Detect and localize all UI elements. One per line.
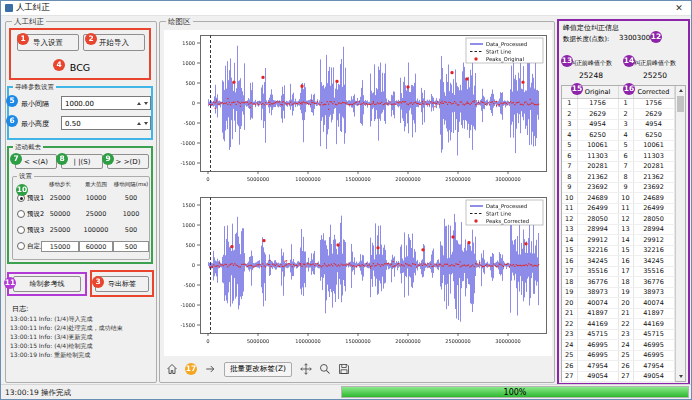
spin-down-button[interactable] <box>142 98 149 109</box>
peak-original-cell[interactable]: 6250 <box>577 130 618 141</box>
peak-corrected-cell[interactable]: 23692 <box>633 182 674 193</box>
peak-original-cell[interactable]: 10061 <box>577 140 618 151</box>
import-settings-button[interactable]: 导入设置 <box>17 34 79 51</box>
peak-index-cell: 18 <box>562 277 577 288</box>
peak-corrected-cell[interactable]: 49054 <box>633 371 674 382</box>
peak-original-cell[interactable]: 26499 <box>577 203 618 214</box>
preset1-radio[interactable] <box>17 194 25 202</box>
peak-corrected-cell[interactable]: 4954 <box>633 119 674 130</box>
zoom-button[interactable] <box>317 361 333 377</box>
peak-original-cell[interactable]: 46995 <box>577 350 618 361</box>
log-line: 13:00:19 Info: 重新绘制完成 <box>10 350 154 359</box>
peak-corrected-cell[interactable]: 24689 <box>633 193 674 204</box>
peak-original-cell[interactable]: 20281 <box>577 161 618 172</box>
peak-corrected-cell[interactable]: 41897 <box>633 308 674 319</box>
peak-table[interactable]: Original Corrected 117561175622629226293… <box>561 85 686 382</box>
peak-corrected-cell[interactable]: 2629 <box>633 109 674 120</box>
scrollbar-thumb[interactable] <box>677 96 684 112</box>
peak-original-cell[interactable]: 29912 <box>577 235 618 246</box>
draw-reference-button[interactable]: 绘制参考线 <box>13 276 81 292</box>
peak-original-cell[interactable]: 2629 <box>577 109 618 120</box>
peak-corrected-cell[interactable]: 40074 <box>633 298 674 309</box>
peak-original-cell[interactable]: 11303 <box>577 151 618 162</box>
move-right-button[interactable]: > >(D) <box>107 154 149 169</box>
peak-corrected-cell[interactable]: 26499 <box>633 203 674 214</box>
peak-corrected-cell[interactable]: 47954 <box>633 361 674 372</box>
peak-row: 19389731938973 <box>562 287 674 298</box>
pan-button[interactable] <box>298 361 314 377</box>
data-length-value: 33003000 <box>619 34 655 42</box>
peak-corrected-cell[interactable]: 34245 <box>633 256 674 267</box>
custom-step-input[interactable]: 15000 <box>41 241 79 252</box>
peak-original-cell[interactable]: 28994 <box>577 224 618 235</box>
scroll-up-button[interactable] <box>676 86 685 95</box>
peak-corrected-cell[interactable]: 6250 <box>633 130 674 141</box>
peak-corrected-cell[interactable]: 29912 <box>633 235 674 246</box>
peak-original-cell[interactable]: 44169 <box>577 319 618 330</box>
min-height-spinbox[interactable]: 0.50 <box>61 116 151 130</box>
peak-corrected-cell[interactable]: 38973 <box>633 287 674 298</box>
peak-original-cell[interactable]: 34245 <box>577 256 618 267</box>
export-labels-button[interactable]: 导出标签 <box>95 276 149 292</box>
peak-original-cell[interactable]: 4954 <box>577 119 618 130</box>
peak-corrected-cell[interactable]: 1756 <box>633 98 674 109</box>
peak-row: 2262922629 <box>562 109 674 120</box>
peak-corrected-cell[interactable]: 35516 <box>633 266 674 277</box>
peak-original-cell[interactable]: 24689 <box>577 193 618 204</box>
peak-original-cell[interactable]: 46995 <box>577 340 618 351</box>
peak-original-cell[interactable]: 45715 <box>577 329 618 340</box>
peak-corrected-cell[interactable]: 36776 <box>633 277 674 288</box>
peak-corrected-cell[interactable]: 28994 <box>633 224 674 235</box>
peak-original-cell[interactable]: 47954 <box>577 361 618 372</box>
spin-up-button[interactable] <box>135 118 142 129</box>
spin-up-button[interactable] <box>135 98 142 109</box>
peak-index-cell: 26 <box>562 361 577 372</box>
spin-down-button[interactable] <box>142 118 149 129</box>
peak-original-cell[interactable]: 21362 <box>577 172 618 183</box>
peak-original-cell[interactable]: 28050 <box>577 214 618 225</box>
peak-corrected-cell[interactable]: 28050 <box>633 214 674 225</box>
scroll-down-button[interactable] <box>676 372 685 381</box>
peak-original-cell[interactable]: 49054 <box>577 371 618 382</box>
move-left-button[interactable]: < <(A) <box>15 154 57 169</box>
peak-original-cell[interactable]: 38973 <box>577 287 618 298</box>
peak-index-cell: 15 <box>618 245 633 256</box>
peak-corrected-cell[interactable]: 11303 <box>633 151 674 162</box>
peak-corrected-cell[interactable]: 10061 <box>633 140 674 151</box>
pause-button[interactable]: | |(S) <box>61 154 103 169</box>
peak-corrected-cell[interactable]: 20281 <box>633 161 674 172</box>
forward-button[interactable] <box>202 361 218 377</box>
log-area[interactable]: 13:00:11 Info: (1/4)导入完成13:00:11 Info: (… <box>10 314 154 378</box>
motion-settings-title: 设置 <box>17 171 34 181</box>
peak-original-cell[interactable]: 23692 <box>577 182 618 193</box>
start-import-button[interactable]: 开始导入 <box>83 34 145 51</box>
peak-original-cell[interactable]: 36776 <box>577 277 618 288</box>
peak-corrected-cell[interactable]: 32216 <box>633 245 674 256</box>
preset3-radio[interactable] <box>17 226 25 234</box>
home-button[interactable] <box>164 361 180 377</box>
back-button[interactable] <box>183 361 199 377</box>
peak-index-cell: 15 <box>562 245 577 256</box>
peak-original-cell[interactable]: 40074 <box>577 298 618 309</box>
peak-corrected-cell[interactable]: 46995 <box>633 350 674 361</box>
batch-change-labels-button[interactable]: 批量更改标签(Z) <box>224 362 292 377</box>
peak-original-cell[interactable]: 1756 <box>577 98 618 109</box>
status-text: 13:00:19 操作完成 <box>5 388 71 398</box>
custom-radio[interactable] <box>17 242 25 250</box>
signal-plots-canvas[interactable] <box>164 30 552 356</box>
peak-corrected-cell[interactable]: 21362 <box>633 172 674 183</box>
custom-range-input[interactable]: 60000 <box>79 241 113 252</box>
peak-original-cell[interactable]: 41897 <box>577 308 618 319</box>
close-button[interactable]: ✕ <box>671 3 687 13</box>
peak-corrected-cell[interactable]: 44169 <box>633 319 674 330</box>
peak-original-cell[interactable]: 32216 <box>577 245 618 256</box>
peak-corrected-cell[interactable]: 46995 <box>633 340 674 351</box>
peak-corrected-cell[interactable]: 45715 <box>633 329 674 340</box>
peak-original-cell[interactable]: 35516 <box>577 266 618 277</box>
preset2-radio[interactable] <box>17 210 25 218</box>
custom-interval-input[interactable]: 500 <box>113 241 149 252</box>
peak-index-cell: 23 <box>562 329 577 340</box>
save-button[interactable] <box>336 361 352 377</box>
table-scrollbar[interactable] <box>675 86 685 381</box>
min-interval-spinbox[interactable]: 1000.00 <box>61 96 151 110</box>
